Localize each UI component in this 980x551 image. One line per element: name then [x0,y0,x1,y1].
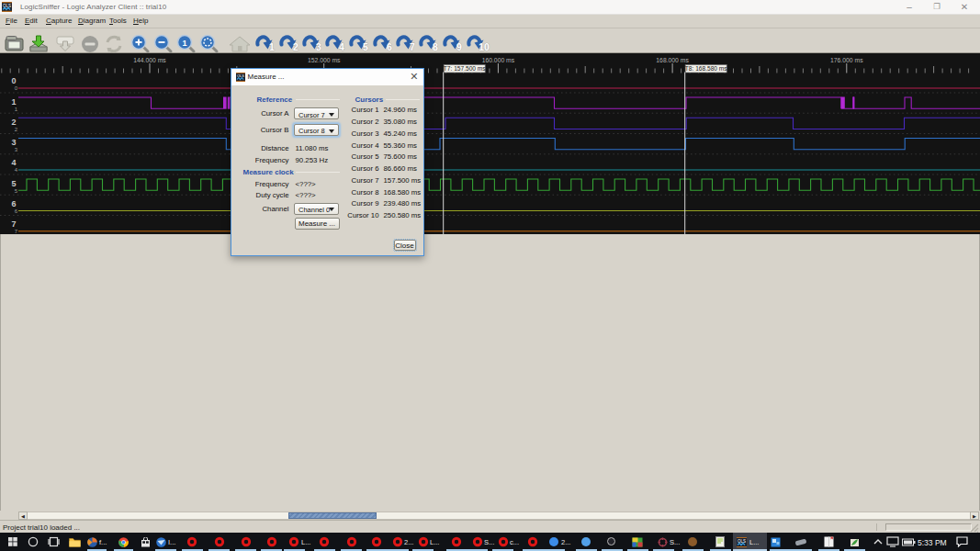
svg-text:1: 1 [269,41,275,52]
svg-text:152.000 ms: 152.000 ms [308,57,341,63]
svg-text:8: 8 [433,41,438,52]
svg-text:3: 3 [11,138,16,147]
svg-text:1: 1 [182,39,186,48]
svg-text:T8: 168.580 ms: T8: 168.580 ms [685,65,728,72]
svg-text:176.000 ms: 176.000 ms [830,57,863,63]
svg-text:OLS: OLS [3,4,11,8]
svg-text:3: 3 [316,41,321,52]
svg-text:2: 2 [11,118,16,127]
svg-text:160.000 ms: 160.000 ms [482,57,515,63]
svg-text:4: 4 [339,41,344,52]
svg-text:6: 6 [11,199,16,208]
svg-text:4: 4 [11,158,16,167]
svg-text:7: 7 [11,219,16,229]
svg-text:OLS: OLS [738,539,746,544]
svg-text:5: 5 [11,179,16,188]
svg-text:1: 1 [11,97,16,107]
svg-text:2: 2 [293,41,299,52]
svg-text:7: 7 [410,41,415,52]
svg-text:5: 5 [363,41,368,52]
svg-text:144.000 ms: 144.000 ms [133,57,166,63]
svg-text:6: 6 [387,41,392,52]
svg-text:0: 0 [11,76,16,85]
svg-text:10: 10 [479,41,490,52]
svg-text:T7: 157.500 ms: T7: 157.500 ms [444,65,487,72]
svg-text:168.000 ms: 168.000 ms [656,57,689,63]
svg-text:9: 9 [456,41,462,52]
